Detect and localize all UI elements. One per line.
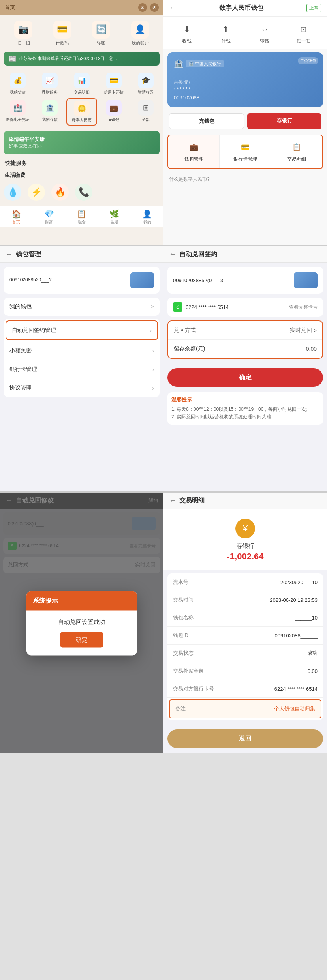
- action-scan[interactable]: ⊡ 扫一扫: [297, 22, 311, 45]
- screen-wallet-mgmt: ← 钱包管理 009102088520___? 我的钱包 > 自动兑回签约管理 …: [0, 246, 164, 491]
- save-bank-button[interactable]: 存银行: [247, 113, 321, 129]
- s2-header: ← 数字人民币钱包 正常: [164, 0, 327, 17]
- phone-icon[interactable]: 📞: [75, 184, 92, 201]
- s3-header: ← 钱包管理: [0, 246, 164, 263]
- service-trade[interactable]: 📊 交易明细: [66, 71, 97, 97]
- ad-banner: 添情端午平安康 好事成双又在郎: [4, 131, 160, 154]
- agreement-label: 协议管理: [9, 384, 32, 392]
- modal-body: 自动兑回设置成功 确定: [26, 610, 137, 655]
- s3-wallet-card: 009102088520___?: [4, 267, 160, 294]
- modal-confirm-button[interactable]: 确定: [60, 632, 103, 647]
- s2-header-title: 数字人民币钱包: [219, 4, 263, 12]
- bank-card-mgmt-item[interactable]: 银行卡管理 ›: [4, 360, 160, 379]
- s4-back-icon[interactable]: ←: [169, 250, 176, 259]
- menu-wallet-mgmt[interactable]: 💼 钱包管理: [168, 135, 219, 168]
- service-smart[interactable]: 🎓 智慧校园: [131, 71, 161, 97]
- serial-label: 流水号: [173, 579, 188, 586]
- nav-life[interactable]: 🌿 生活: [109, 209, 119, 225]
- action-pay[interactable]: ⬆ 付钱: [219, 22, 233, 45]
- view-full-card-link[interactable]: 查看完整卡号: [289, 304, 318, 311]
- service-medical[interactable]: 🏥 医保电子凭证: [2, 98, 33, 126]
- remark-label: 备注: [175, 705, 186, 712]
- agreement-item[interactable]: 协议管理 ›: [4, 379, 160, 397]
- bank-card-mgmt-label: 银行卡管理: [233, 156, 257, 163]
- s6-back-icon[interactable]: ←: [169, 497, 176, 505]
- detail-serial: 流水号 20230620___10: [167, 573, 323, 591]
- service-deposit[interactable]: 🏦 我的存款: [34, 98, 65, 126]
- status-value: 成功: [307, 650, 318, 657]
- service-finance[interactable]: 📈 理财服务: [34, 71, 65, 97]
- s4-bank-card: S 6224 **** **** 6514 查看完整卡号: [167, 298, 323, 317]
- scan-qr-button[interactable]: 📷 扫一扫: [14, 21, 32, 46]
- transfer-label: 转钱: [260, 38, 269, 45]
- action-transfer[interactable]: ↔ 转钱: [257, 22, 272, 45]
- nav-mine[interactable]: 👤 我的: [142, 209, 152, 225]
- card-account-number: 009102088: [174, 95, 317, 101]
- nav-wealth[interactable]: 💎 财富: [44, 209, 54, 225]
- transfer-icon: 🔄: [92, 21, 110, 39]
- wallet-mgmt-label: 钱包管理: [184, 156, 203, 163]
- screen-bank-home: 首页 ✉ ⏻ 📷 扫一扫 💳 付款码 🔄 转账 👤 我的账户: [0, 0, 164, 245]
- tips-text-2: 2. 实际兑回时间以运营机构的系统处理时间为准: [171, 413, 319, 421]
- credit-label: 信用卡还款: [104, 90, 124, 95]
- charge-wallet-button[interactable]: 充钱包: [169, 113, 244, 129]
- serial-value: 20230620___10: [280, 579, 318, 585]
- small-pwd-item[interactable]: 小额免密 ›: [4, 342, 160, 360]
- transfer-button[interactable]: 🔄 转账: [92, 21, 110, 46]
- transaction-type: 存银行: [237, 542, 254, 550]
- nav-wealth-label: 财富: [45, 219, 53, 225]
- service-loan[interactable]: 💰 我的贷款: [2, 71, 33, 97]
- modal-title: 系统提示: [33, 597, 58, 603]
- service-all[interactable]: ⊞ 全部: [131, 98, 161, 126]
- screen-auto-redeem-sign: ← 自动兑回签约 009102088852(0___3 S 6224 **** …: [164, 246, 327, 491]
- scan-label: 扫一扫: [297, 38, 311, 45]
- water-icon[interactable]: 💧: [4, 184, 21, 201]
- s6-amount-section: ¥ 存银行 -1,002.64: [164, 509, 327, 570]
- pay-code-label: 付款码: [56, 40, 69, 46]
- help-text[interactable]: 什么是数字人民币?: [164, 172, 327, 187]
- my-wallet-row[interactable]: 我的钱包 >: [4, 298, 160, 316]
- my-account-icon: 👤: [131, 21, 149, 39]
- nav-finance[interactable]: 📋 融合: [77, 209, 86, 225]
- scan-icon: ⊡: [297, 22, 311, 36]
- menu-bank-card-mgmt[interactable]: 💳 银行卡管理: [220, 135, 271, 168]
- pay-label: 付钱: [221, 38, 231, 45]
- finance-label: 理财服务: [42, 90, 58, 95]
- confirm-button[interactable]: 确定: [167, 368, 323, 387]
- tips-section: 温馨提示 1. 每天8：00至12：00以及15：00至19：00，每两小时兑回…: [167, 392, 323, 425]
- s6-detail-list: 流水号 20230620___10 交易时间 2023-06-20 19:23:…: [167, 573, 323, 720]
- wallet-card-thumbnail: [130, 272, 154, 288]
- auto-redeem-item[interactable]: 自动兑回签约管理 ›: [6, 320, 158, 340]
- status-badge: 正常: [306, 4, 321, 12]
- news-banner[interactable]: 📰 小苏头条 本期账单最后还款日为20230712日，您...: [4, 52, 160, 66]
- detail-remark: 备注 个人钱包自动归集: [169, 699, 321, 718]
- s2-back-icon[interactable]: ←: [169, 4, 176, 12]
- pay-code-button[interactable]: 💳 付款码: [53, 21, 71, 46]
- s3-back-icon[interactable]: ←: [6, 250, 13, 259]
- nav-life-label: 生活: [111, 219, 118, 225]
- electric-icon[interactable]: ⚡: [28, 184, 45, 201]
- redeem-method-label: 兑回方式: [174, 327, 196, 334]
- my-account-button[interactable]: 👤 我的账户: [131, 21, 149, 46]
- redeem-method-row[interactable]: 兑回方式 实时兑回 >: [168, 321, 322, 340]
- card-type-badge: 二类钱包: [298, 57, 318, 64]
- card-header: 🏦 🏦 中国人民银行: [174, 59, 317, 68]
- life-icons-row: 💧 ⚡ 🔥 📞: [4, 180, 160, 204]
- menu-transaction[interactable]: 📋 交易明细: [271, 135, 322, 168]
- epurse-label: E钱包: [109, 117, 119, 122]
- s1-top-icons: 📷 扫一扫 💳 付款码 🔄 转账 👤 我的账户: [0, 15, 164, 49]
- nav-home[interactable]: 🏠 首页: [11, 209, 21, 225]
- service-digital-rmb[interactable]: 🪙 数字人民币: [66, 98, 97, 126]
- life-pay-section: 生活缴费 💧 ⚡ 🔥 📞: [0, 169, 164, 206]
- gas-icon[interactable]: 🔥: [51, 184, 69, 201]
- exit-icon[interactable]: ⏻: [150, 3, 159, 12]
- s4-wallet-thumb: [294, 272, 318, 288]
- message-icon[interactable]: ✉: [138, 3, 147, 12]
- action-receive[interactable]: ⬇ 收钱: [180, 22, 194, 45]
- trade-label: 交易明细: [74, 90, 90, 95]
- service-epurse[interactable]: 💼 E钱包: [99, 98, 129, 126]
- medical-label: 医保电子凭证: [6, 117, 30, 122]
- return-button[interactable]: 返回: [167, 729, 323, 748]
- balance-value: 0.00: [306, 346, 317, 352]
- service-credit[interactable]: 💳 信用卡还款: [99, 71, 129, 97]
